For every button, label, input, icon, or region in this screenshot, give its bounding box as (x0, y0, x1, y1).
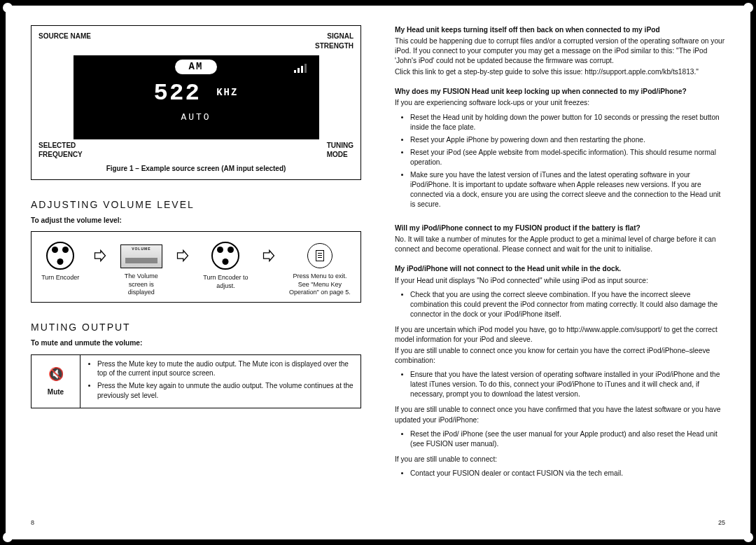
faq-text: This could be happening due to corrupt f… (395, 36, 725, 66)
faq-text: If you are uncertain which iPod model yo… (395, 325, 725, 345)
menu-button-icon (307, 243, 332, 268)
mute-icon: 🔇 (48, 366, 64, 383)
faq-bullet: Check that you are using the correct sle… (410, 290, 725, 319)
arrow-icon (261, 242, 276, 270)
device-screen: AM 522 KHZ AUTO (74, 55, 319, 139)
label-signal-strength-2: STRENGTH (315, 41, 354, 51)
page-background: SOURCE NAME SIGNAL STRENGTH AM 522 KHZ A… (0, 0, 756, 545)
faq-bullet: Contact your FUSION dealer or contact FU… (410, 469, 725, 478)
faq-bullet: Make sure you have the latest version of… (410, 170, 725, 209)
faq-text: If you are still unable to connect once … (395, 346, 725, 366)
label-tuning-mode-1: TUNING (327, 141, 354, 151)
signal-bars-icon (294, 64, 307, 73)
page-number-left: 8 (31, 518, 361, 527)
crop-mark-icon (743, 532, 753, 542)
faq-bullet: Reset your Apple iPhone by powering down… (410, 135, 725, 145)
mute-key-cell: 🔇 Mute (31, 355, 80, 408)
faq-question: Why does my FUSION Head unit keep lockin… (395, 87, 725, 97)
faq-text: Click this link to get a step-by-step gu… (395, 67, 725, 77)
encoder-icon (46, 242, 74, 270)
volume-step-3: Turn Encoder to adjust. (203, 242, 248, 290)
left-page: SOURCE NAME SIGNAL STRENGTH AM 522 KHZ A… (31, 25, 361, 527)
label-source-name: SOURCE NAME (38, 32, 91, 51)
encoder-icon (211, 242, 239, 270)
crop-mark-icon (3, 532, 13, 542)
figure-1-caption: Figure 1 – Example source screen (AM inp… (38, 164, 354, 174)
section-title-muting-output: MUTING OUTPUT (31, 321, 361, 334)
mute-bullet: Press the Mute key again to unmute the a… (97, 381, 354, 401)
volume-screen-icon: VOLUME (120, 244, 162, 268)
faq-bullet: Reset the iPod/ iPhone (see the user man… (410, 429, 725, 449)
arrow-icon (92, 242, 108, 270)
faq-text: If you are still unable to connect: (395, 455, 725, 464)
faq-bullet: Ensure that you have the latest version … (410, 370, 725, 399)
mute-bullet: Press the Mute key to mute the audio out… (97, 359, 354, 379)
page-spread: SOURCE NAME SIGNAL STRENGTH AM 522 KHZ A… (6, 6, 750, 539)
faq-text: If you are experiencing software lock-up… (395, 98, 725, 108)
faq-bullet: Reset the Head unit by holding down the … (410, 113, 725, 132)
right-page: My Head unit keeps turning itself off th… (395, 25, 725, 527)
screen-mode: AUTO (74, 111, 319, 124)
volume-step-2: VOLUME The Volume screen is displayed (120, 242, 162, 296)
arrow-icon (175, 242, 190, 270)
mute-desc-cell: Press the Mute key to mute the audio out… (80, 355, 360, 408)
mute-key-label: Mute (48, 387, 64, 397)
adjust-subhead: To adjust the volume level: (31, 216, 361, 226)
label-signal-strength-1: SIGNAL (315, 32, 354, 41)
faq-bullet: Reset your iPod (see Apple website from … (410, 148, 725, 167)
screen-band: AM (175, 60, 218, 74)
mute-subhead: To mute and unmute the volume: (31, 338, 361, 348)
faq-question: My Head unit keeps turning itself off th… (395, 25, 725, 35)
volume-step-4: Press Menu to exit. See "Menu Key Operat… (289, 242, 351, 296)
volume-step-1: Turn Encoder (41, 242, 79, 282)
screen-frequency: 522 KHZ (74, 77, 319, 110)
faq-text: If your Head unit displays "No iPod conn… (395, 276, 725, 286)
label-selected-freq-1: SELECTED (38, 141, 83, 151)
faq-text: If you are still unable to connect once … (395, 405, 725, 425)
faq-question: My iPod/iPhone will not connect to the H… (395, 264, 725, 274)
label-selected-freq-2: FREQUENCY (38, 150, 83, 160)
faq-question: Will my iPod/iPhone connect to my FUSION… (395, 223, 725, 233)
faq-text: No. It will take a number of minutes for… (395, 235, 725, 254)
crop-mark-icon (3, 3, 13, 13)
volume-steps-panel: Turn Encoder VOLUME The Volume screen is… (31, 231, 361, 303)
section-title-adjusting-volume: ADJUSTING VOLUME LEVEL (31, 198, 361, 212)
label-tuning-mode-2: MODE (327, 150, 354, 160)
mute-table: 🔇 Mute Press the Mute key to mute the au… (31, 354, 361, 408)
crop-mark-icon (743, 3, 753, 13)
figure-1-panel: SOURCE NAME SIGNAL STRENGTH AM 522 KHZ A… (31, 25, 361, 180)
page-number-right: 25 (395, 518, 725, 527)
